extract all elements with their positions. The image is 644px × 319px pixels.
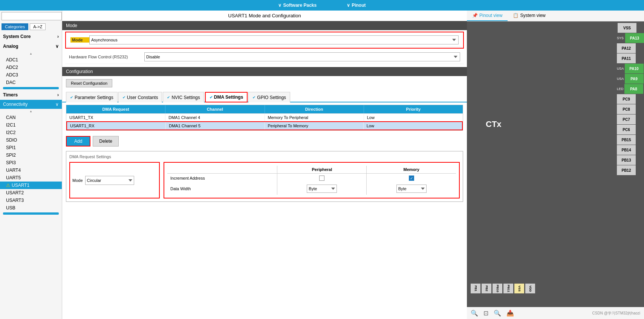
- software-packs-menu[interactable]: ∨ Software Packs: [278, 3, 317, 8]
- tab-user-constants[interactable]: ✔ User Constants: [118, 92, 162, 102]
- peripheral-increment-checkbox[interactable]: [319, 176, 324, 181]
- peripheral-width-select[interactable]: Byte Half Word Word: [307, 185, 337, 193]
- sidebar-item-uart5[interactable]: UART5: [0, 174, 62, 182]
- bottom-toolbar: 🔍 ⊡ 🔍 📥 CSDN @学习STM32的haozi: [467, 307, 644, 319]
- pin-pa13[interactable]: PA13: [625, 33, 644, 43]
- memory-increment-cell: ✓: [367, 174, 456, 183]
- sidebar-item-i2c1[interactable]: I2C1: [0, 121, 62, 129]
- zoom-in-button[interactable]: 🔍: [494, 310, 501, 317]
- pin-vss[interactable]: VSS: [618, 23, 636, 33]
- pin-pb15[interactable]: PB15: [617, 135, 636, 145]
- pin-pa9[interactable]: PA9: [625, 74, 644, 84]
- table-row[interactable]: USART1_TX DMA1 Channel 4 Memory To Perip…: [66, 113, 463, 121]
- pin-pc7[interactable]: PC7: [617, 114, 636, 124]
- sidebar-item-uart4[interactable]: UART4: [0, 166, 62, 174]
- peripheral-header: Peripheral: [277, 166, 367, 174]
- sidebar-item-spi1[interactable]: SPI1: [0, 144, 62, 151]
- pin-pa8[interactable]: PA8: [624, 84, 643, 94]
- fit-button[interactable]: ⊡: [483, 310, 488, 317]
- sidebar-item-i2c2[interactable]: I2C2: [0, 129, 62, 136]
- reset-config-button[interactable]: Reset Configuration: [66, 79, 112, 87]
- mode-row: Mode Asynchronous: [67, 33, 462, 47]
- param-tab-label: Parameter Settings: [75, 95, 113, 100]
- software-packs-label: Software Packs: [283, 3, 317, 8]
- pin-pa10-row: USA PA10: [617, 64, 644, 73]
- memory-header: Memory: [367, 166, 456, 174]
- gpio-tab-icon: ✔: [252, 95, 255, 99]
- pin-pa12[interactable]: PA12: [617, 43, 636, 53]
- pin-vdd[interactable]: VDD: [525, 284, 535, 293]
- pin-pb12[interactable]: PB12: [617, 165, 636, 175]
- pin-pa10[interactable]: PA10: [625, 64, 644, 73]
- pin-pc9[interactable]: PC9: [617, 94, 636, 104]
- row0-request: USART1_TX: [66, 114, 165, 121]
- sidebar-item-connectivity[interactable]: Connectivity ∨: [0, 100, 62, 109]
- pinout-arrow: ∨: [347, 3, 350, 8]
- dma-peripheral-memory-box: Peripheral Memory Increment Address: [164, 162, 460, 198]
- pin-pb14[interactable]: PB14: [617, 145, 636, 155]
- sidebar-item-adc1[interactable]: ADC1: [0, 56, 62, 64]
- sidebar-item-analog[interactable]: Analog ∨: [0, 41, 62, 51]
- search-input[interactable]: [2, 12, 62, 20]
- sidebar-item-usart3[interactable]: USART3: [0, 197, 62, 204]
- pin-pb13[interactable]: PB13: [617, 155, 636, 165]
- pin-pb11[interactable]: PB11: [503, 284, 513, 293]
- pin-vss-bottom[interactable]: VSS: [514, 284, 524, 293]
- dma-mode-select[interactable]: Circular Normal: [85, 176, 134, 185]
- table-row[interactable]: USART1_RX DMA1 Channel 5 Peripheral To M…: [66, 121, 463, 130]
- sidebar-item-system-core[interactable]: System Core ›: [0, 32, 62, 41]
- pin-pb1[interactable]: PB1: [471, 284, 480, 293]
- tab-system-view[interactable]: 📋 System view: [508, 11, 551, 21]
- col-priority: Priority: [364, 105, 463, 113]
- pin-pa9-row: USA PA9: [617, 74, 644, 84]
- scroll-up[interactable]: ▲: [0, 51, 62, 56]
- mode-box: Mode Asynchronous: [65, 32, 464, 49]
- delete-button[interactable]: Delete: [93, 136, 119, 147]
- pin-pb10[interactable]: PB10: [493, 284, 502, 293]
- software-packs-arrow: ∨: [278, 3, 281, 8]
- dma-request-settings: DMA Request Settings Mode Circular Norma…: [66, 151, 463, 202]
- memory-increment-checkbox[interactable]: ✓: [409, 176, 414, 181]
- pin-pa11[interactable]: PA11: [617, 53, 636, 63]
- pinout-menu[interactable]: ∨ Pinout: [347, 3, 366, 8]
- dma-settings-content: Mode Circular Normal Peripheral Memory: [69, 162, 460, 198]
- dma-settings-title: DMA Request Settings: [69, 154, 460, 159]
- zoom-out-button[interactable]: 🔍: [471, 310, 478, 317]
- export-button[interactable]: 📥: [506, 310, 514, 317]
- sidebar-item-adc2[interactable]: ADC2: [0, 64, 62, 71]
- connectivity-scrollbar[interactable]: [3, 212, 59, 215]
- flow-select[interactable]: Disable: [144, 52, 460, 61]
- settings-table: Peripheral Memory Increment Address: [167, 166, 456, 195]
- memory-width-select[interactable]: Byte Half Word Word: [396, 185, 427, 193]
- tab-parameter-settings[interactable]: ✔ Parameter Settings: [66, 92, 118, 102]
- sidebar-item-spi3[interactable]: SPI3: [0, 159, 62, 166]
- sidebar-item-usb[interactable]: USB: [0, 204, 62, 212]
- sidebar-item-dac[interactable]: DAC: [0, 79, 62, 86]
- tab-nvic-settings[interactable]: ✔ NVIC Settings: [163, 92, 204, 102]
- tab-categories[interactable]: Categories: [2, 23, 28, 30]
- sidebar-item-can[interactable]: CAN: [0, 114, 62, 121]
- pin-pc6[interactable]: PC6: [617, 125, 636, 134]
- analog-scrollbar[interactable]: [3, 87, 59, 89]
- pa10-label: USA: [617, 67, 624, 70]
- pin-pa8-row: LED PA8: [617, 84, 644, 94]
- mode-select[interactable]: Asynchronous: [89, 35, 459, 44]
- pin-pc8-row: PC8: [617, 104, 644, 114]
- connectivity-scroll-up[interactable]: ▲: [0, 109, 62, 114]
- tab-az[interactable]: A->Z: [30, 23, 46, 30]
- sidebar-item-timers[interactable]: Timers ›: [0, 90, 62, 100]
- analog-label: Analog: [3, 44, 18, 49]
- tab-pinout-view[interactable]: 📌 Pinout view: [467, 11, 508, 21]
- pin-pb2[interactable]: PB2: [482, 284, 491, 293]
- sidebar-item-spi2[interactable]: SPI2: [0, 151, 62, 159]
- nvic-tab-label: NVIC Settings: [171, 95, 200, 100]
- sidebar-item-sdio[interactable]: SDIO: [0, 136, 62, 144]
- sidebar-item-usart2[interactable]: USART2: [0, 189, 62, 197]
- sidebar-item-adc3[interactable]: ADC3: [0, 71, 62, 79]
- row1-priority: Low: [364, 122, 462, 130]
- sidebar-item-usart1[interactable]: ⚠USART1: [0, 182, 62, 189]
- tab-gpio-settings[interactable]: ✔ GPIO Settings: [248, 92, 290, 102]
- pin-pc8[interactable]: PC8: [617, 104, 636, 114]
- tab-dma-settings[interactable]: ✔ DMA Settings: [205, 92, 248, 102]
- add-button[interactable]: Add: [66, 136, 90, 147]
